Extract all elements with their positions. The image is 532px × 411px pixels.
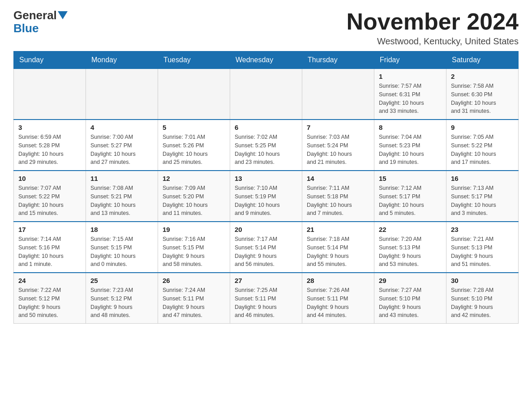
location-text: Westwood, Kentucky, United States: [347, 36, 519, 47]
calendar-cell: 2Sunrise: 7:58 AM Sunset: 6:30 PM Daylig…: [446, 69, 519, 120]
calendar-cell: 8Sunrise: 7:04 AM Sunset: 5:23 PM Daylig…: [374, 120, 446, 171]
day-info: Sunrise: 7:02 AM Sunset: 5:25 PM Dayligh…: [235, 133, 297, 167]
day-number: 18: [90, 226, 153, 233]
day-info: Sunrise: 7:27 AM Sunset: 5:10 PM Dayligh…: [379, 286, 442, 320]
calendar-cell: 4Sunrise: 7:00 AM Sunset: 5:27 PM Daylig…: [86, 120, 158, 171]
logo-blue-text: Blue: [13, 22, 39, 35]
calendar-cell: 6Sunrise: 7:02 AM Sunset: 5:25 PM Daylig…: [230, 120, 302, 171]
calendar-cell: 9Sunrise: 7:05 AM Sunset: 5:22 PM Daylig…: [446, 120, 519, 171]
title-section: November 2024 Westwood, Kentucky, United…: [347, 9, 519, 47]
day-number: 27: [235, 277, 297, 284]
logo: General Blue: [13, 9, 68, 34]
calendar-cell: 11Sunrise: 7:08 AM Sunset: 5:21 PM Dayli…: [86, 171, 158, 222]
calendar-cell: 23Sunrise: 7:21 AM Sunset: 5:13 PM Dayli…: [446, 222, 519, 273]
calendar-week-row: 3Sunrise: 6:59 AM Sunset: 5:28 PM Daylig…: [14, 120, 519, 171]
calendar-cell: 20Sunrise: 7:17 AM Sunset: 5:14 PM Dayli…: [230, 222, 302, 273]
calendar-cell: 24Sunrise: 7:22 AM Sunset: 5:12 PM Dayli…: [14, 273, 86, 324]
day-number: 29: [379, 277, 442, 284]
calendar-week-row: 24Sunrise: 7:22 AM Sunset: 5:12 PM Dayli…: [14, 273, 519, 324]
calendar-cell: 17Sunrise: 7:14 AM Sunset: 5:16 PM Dayli…: [14, 222, 86, 273]
calendar-table: SundayMondayTuesdayWednesdayThursdayFrid…: [13, 51, 519, 324]
day-info: Sunrise: 7:24 AM Sunset: 5:11 PM Dayligh…: [163, 286, 225, 320]
calendar-cell: 28Sunrise: 7:26 AM Sunset: 5:11 PM Dayli…: [302, 273, 374, 324]
day-info: Sunrise: 7:23 AM Sunset: 5:12 PM Dayligh…: [90, 286, 153, 320]
calendar-cell: 19Sunrise: 7:16 AM Sunset: 5:15 PM Dayli…: [158, 222, 230, 273]
weekday-header-monday: Monday: [86, 51, 158, 69]
weekday-header-thursday: Thursday: [302, 51, 374, 69]
day-info: Sunrise: 7:17 AM Sunset: 5:14 PM Dayligh…: [235, 235, 297, 269]
day-number: 1: [379, 73, 442, 80]
day-number: 22: [379, 226, 442, 233]
calendar-cell: 18Sunrise: 7:15 AM Sunset: 5:15 PM Dayli…: [86, 222, 158, 273]
day-info: Sunrise: 7:22 AM Sunset: 5:12 PM Dayligh…: [18, 286, 81, 320]
calendar-week-row: 1Sunrise: 7:57 AM Sunset: 6:31 PM Daylig…: [14, 69, 519, 120]
day-info: Sunrise: 7:21 AM Sunset: 5:13 PM Dayligh…: [451, 235, 514, 269]
calendar-cell: 10Sunrise: 7:07 AM Sunset: 5:22 PM Dayli…: [14, 171, 86, 222]
day-info: Sunrise: 7:16 AM Sunset: 5:15 PM Dayligh…: [163, 235, 225, 269]
weekday-header-tuesday: Tuesday: [158, 51, 230, 69]
weekday-header-row: SundayMondayTuesdayWednesdayThursdayFrid…: [14, 51, 519, 69]
day-info: Sunrise: 7:10 AM Sunset: 5:19 PM Dayligh…: [235, 184, 297, 218]
day-info: Sunrise: 7:26 AM Sunset: 5:11 PM Dayligh…: [307, 286, 369, 320]
day-number: 4: [90, 124, 153, 131]
day-info: Sunrise: 7:01 AM Sunset: 5:26 PM Dayligh…: [163, 133, 225, 167]
day-number: 16: [451, 175, 514, 182]
day-info: Sunrise: 7:00 AM Sunset: 5:27 PM Dayligh…: [90, 133, 153, 167]
day-number: 8: [379, 124, 442, 131]
day-number: 25: [90, 277, 153, 284]
weekday-header-sunday: Sunday: [14, 51, 86, 69]
day-number: 17: [18, 226, 81, 233]
svg-marker-0: [58, 11, 68, 19]
weekday-header-wednesday: Wednesday: [230, 51, 302, 69]
month-title: November 2024: [347, 9, 519, 34]
day-number: 19: [163, 226, 225, 233]
calendar-cell: 15Sunrise: 7:12 AM Sunset: 5:17 PM Dayli…: [374, 171, 446, 222]
calendar-cell: [158, 69, 230, 120]
day-number: 10: [18, 175, 81, 182]
page-header: General Blue November 2024 Westwood, Ken…: [13, 9, 519, 47]
calendar-cell: 26Sunrise: 7:24 AM Sunset: 5:11 PM Dayli…: [158, 273, 230, 324]
day-number: 26: [163, 277, 225, 284]
weekday-header-friday: Friday: [374, 51, 446, 69]
day-info: Sunrise: 7:11 AM Sunset: 5:18 PM Dayligh…: [307, 184, 369, 218]
calendar-week-row: 10Sunrise: 7:07 AM Sunset: 5:22 PM Dayli…: [14, 171, 519, 222]
calendar-cell: 14Sunrise: 7:11 AM Sunset: 5:18 PM Dayli…: [302, 171, 374, 222]
logo-general-text: General: [13, 9, 57, 22]
day-info: Sunrise: 7:12 AM Sunset: 5:17 PM Dayligh…: [379, 184, 442, 218]
calendar-cell: 29Sunrise: 7:27 AM Sunset: 5:10 PM Dayli…: [374, 273, 446, 324]
day-number: 3: [18, 124, 81, 131]
day-info: Sunrise: 7:20 AM Sunset: 5:13 PM Dayligh…: [379, 235, 442, 269]
day-number: 21: [307, 226, 369, 233]
day-number: 13: [235, 175, 297, 182]
day-number: 30: [451, 277, 514, 284]
day-info: Sunrise: 7:57 AM Sunset: 6:31 PM Dayligh…: [379, 82, 442, 116]
calendar-cell: 30Sunrise: 7:28 AM Sunset: 5:10 PM Dayli…: [446, 273, 519, 324]
day-info: Sunrise: 7:25 AM Sunset: 5:11 PM Dayligh…: [235, 286, 297, 320]
day-number: 7: [307, 124, 369, 131]
calendar-cell: [302, 69, 374, 120]
day-number: 11: [90, 175, 153, 182]
day-number: 15: [379, 175, 442, 182]
day-number: 24: [18, 277, 81, 284]
calendar-cell: [230, 69, 302, 120]
day-info: Sunrise: 7:15 AM Sunset: 5:15 PM Dayligh…: [90, 235, 153, 269]
day-info: Sunrise: 7:05 AM Sunset: 5:22 PM Dayligh…: [451, 133, 514, 167]
day-info: Sunrise: 7:58 AM Sunset: 6:30 PM Dayligh…: [451, 82, 514, 116]
calendar-week-row: 17Sunrise: 7:14 AM Sunset: 5:16 PM Dayli…: [14, 222, 519, 273]
day-info: Sunrise: 7:13 AM Sunset: 5:17 PM Dayligh…: [451, 184, 514, 218]
day-info: Sunrise: 7:28 AM Sunset: 5:10 PM Dayligh…: [451, 286, 514, 320]
logo-arrow-icon: [58, 11, 68, 19]
calendar-cell: 22Sunrise: 7:20 AM Sunset: 5:13 PM Dayli…: [374, 222, 446, 273]
calendar-cell: 3Sunrise: 6:59 AM Sunset: 5:28 PM Daylig…: [14, 120, 86, 171]
day-info: Sunrise: 6:59 AM Sunset: 5:28 PM Dayligh…: [18, 133, 81, 167]
calendar-cell: 13Sunrise: 7:10 AM Sunset: 5:19 PM Dayli…: [230, 171, 302, 222]
calendar-cell: 12Sunrise: 7:09 AM Sunset: 5:20 PM Dayli…: [158, 171, 230, 222]
day-number: 5: [163, 124, 225, 131]
day-info: Sunrise: 7:03 AM Sunset: 5:24 PM Dayligh…: [307, 133, 369, 167]
calendar-cell: 27Sunrise: 7:25 AM Sunset: 5:11 PM Dayli…: [230, 273, 302, 324]
day-number: 2: [451, 73, 514, 80]
calendar-cell: 5Sunrise: 7:01 AM Sunset: 5:26 PM Daylig…: [158, 120, 230, 171]
day-number: 9: [451, 124, 514, 131]
calendar-cell: 7Sunrise: 7:03 AM Sunset: 5:24 PM Daylig…: [302, 120, 374, 171]
weekday-header-saturday: Saturday: [446, 51, 519, 69]
